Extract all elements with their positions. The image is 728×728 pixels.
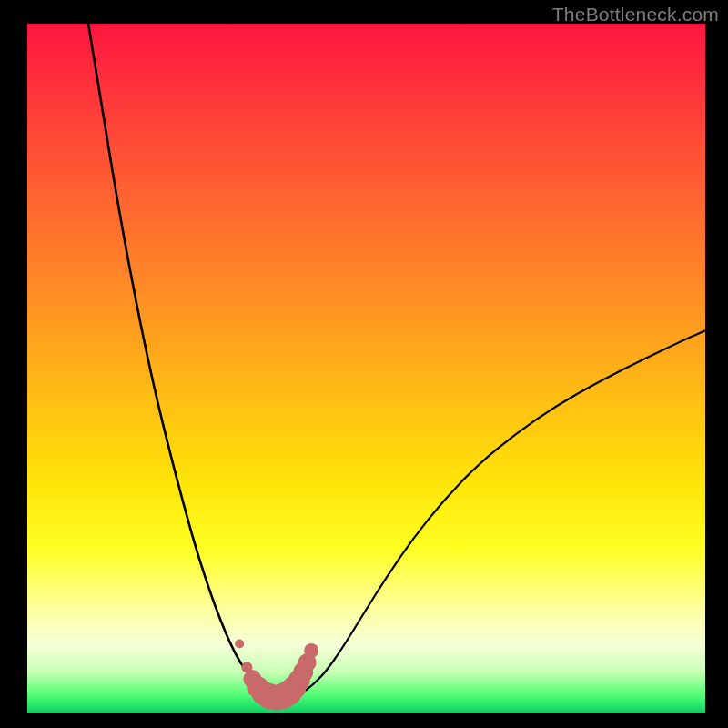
left-curve [88, 24, 268, 693]
chart-frame: TheBottleneck.com [0, 0, 728, 728]
chart-svg [27, 24, 705, 713]
valley-markers [235, 639, 318, 710]
svg-point-0 [235, 639, 244, 648]
svg-point-13 [304, 643, 318, 658]
watermark-text: TheBottleneck.com [552, 4, 719, 25]
right-curve [302, 330, 705, 693]
plot-area [27, 24, 705, 713]
